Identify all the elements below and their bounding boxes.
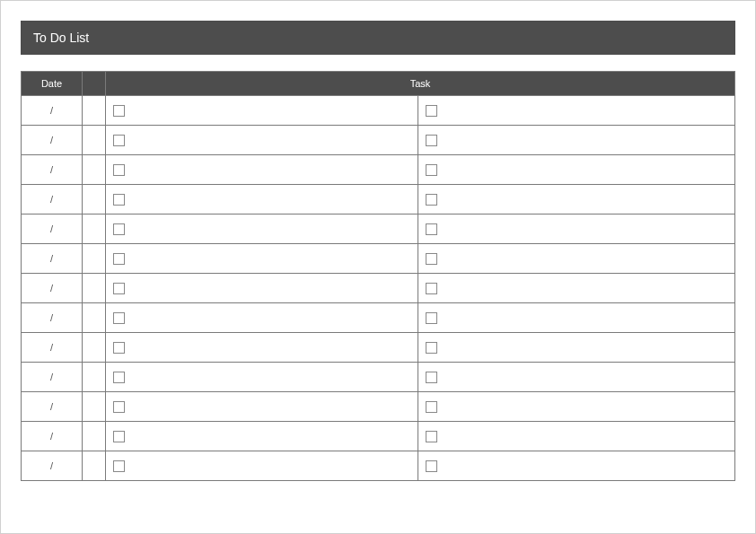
checkbox-icon[interactable] <box>113 431 125 442</box>
task-cell-right[interactable] <box>418 363 735 392</box>
spacer-cell <box>83 126 106 155</box>
task-cell-right[interactable] <box>418 244 735 274</box>
date-cell[interactable]: / <box>22 392 83 422</box>
date-cell[interactable]: / <box>22 96 83 126</box>
checkbox-icon[interactable] <box>113 312 125 324</box>
task-cell-left[interactable] <box>106 422 418 451</box>
date-cell[interactable]: / <box>22 214 83 244</box>
todo-table: Date Task ///////////// <box>21 71 735 481</box>
header-spacer <box>83 72 106 96</box>
checkbox-icon[interactable] <box>426 135 437 146</box>
table-row: / <box>22 244 735 274</box>
checkbox-icon[interactable] <box>113 283 125 294</box>
task-cell-left[interactable] <box>106 155 418 185</box>
checkbox-icon[interactable] <box>426 372 437 383</box>
checkbox-icon[interactable] <box>113 164 125 176</box>
spacer-cell <box>83 363 106 392</box>
spacer-cell <box>83 274 106 303</box>
task-cell-right[interactable] <box>418 303 735 333</box>
date-cell[interactable]: / <box>22 303 83 333</box>
page-title: To Do List <box>21 21 735 55</box>
table-row: / <box>22 274 735 303</box>
checkbox-icon[interactable] <box>113 194 125 206</box>
header-task: Task <box>106 72 735 96</box>
spacer-cell <box>83 214 106 244</box>
task-cell-right[interactable] <box>418 185 735 214</box>
task-cell-left[interactable] <box>106 451 418 481</box>
checkbox-icon[interactable] <box>426 223 437 235</box>
task-cell-left[interactable] <box>106 214 418 244</box>
date-cell[interactable]: / <box>22 185 83 214</box>
checkbox-icon[interactable] <box>426 105 437 117</box>
date-cell[interactable]: / <box>22 363 83 392</box>
date-cell[interactable]: / <box>22 422 83 451</box>
checkbox-icon[interactable] <box>113 135 125 146</box>
task-cell-right[interactable] <box>418 274 735 303</box>
table-row: / <box>22 422 735 451</box>
checkbox-icon[interactable] <box>113 460 125 472</box>
spacer-cell <box>83 451 106 481</box>
spacer-cell <box>83 244 106 274</box>
spacer-cell <box>83 333 106 363</box>
checkbox-icon[interactable] <box>113 105 125 117</box>
spacer-cell <box>83 155 106 185</box>
task-cell-right[interactable] <box>418 96 735 126</box>
table-row: / <box>22 155 735 185</box>
checkbox-icon[interactable] <box>426 194 437 206</box>
date-cell[interactable]: / <box>22 274 83 303</box>
task-cell-right[interactable] <box>418 214 735 244</box>
spacer-cell <box>83 392 106 422</box>
checkbox-icon[interactable] <box>426 253 437 265</box>
checkbox-icon[interactable] <box>426 401 437 413</box>
checkbox-icon[interactable] <box>426 312 437 324</box>
checkbox-icon[interactable] <box>113 342 125 354</box>
task-cell-left[interactable] <box>106 333 418 363</box>
table-header-row: Date Task <box>22 72 735 96</box>
checkbox-icon[interactable] <box>113 253 125 265</box>
spacer-cell <box>83 96 106 126</box>
table-row: / <box>22 96 735 126</box>
checkbox-icon[interactable] <box>426 460 437 472</box>
table-row: / <box>22 214 735 244</box>
task-cell-right[interactable] <box>418 422 735 451</box>
task-cell-left[interactable] <box>106 126 418 155</box>
checkbox-icon[interactable] <box>113 401 125 413</box>
table-row: / <box>22 392 735 422</box>
checkbox-icon[interactable] <box>113 223 125 235</box>
task-cell-left[interactable] <box>106 96 418 126</box>
task-cell-left[interactable] <box>106 392 418 422</box>
task-cell-left[interactable] <box>106 185 418 214</box>
table-row: / <box>22 185 735 214</box>
task-cell-right[interactable] <box>418 392 735 422</box>
document-page: To Do List Date Task ///////////// <box>0 0 756 534</box>
date-cell[interactable]: / <box>22 244 83 274</box>
task-cell-right[interactable] <box>418 333 735 363</box>
todo-table-container: Date Task ///////////// <box>21 71 735 481</box>
spacer-cell <box>83 185 106 214</box>
checkbox-icon[interactable] <box>426 342 437 354</box>
table-row: / <box>22 363 735 392</box>
task-cell-right[interactable] <box>418 155 735 185</box>
date-cell[interactable]: / <box>22 451 83 481</box>
task-cell-right[interactable] <box>418 451 735 481</box>
task-cell-left[interactable] <box>106 303 418 333</box>
task-cell-left[interactable] <box>106 244 418 274</box>
checkbox-icon[interactable] <box>113 372 125 383</box>
task-cell-left[interactable] <box>106 274 418 303</box>
table-row: / <box>22 333 735 363</box>
date-cell[interactable]: / <box>22 126 83 155</box>
task-cell-left[interactable] <box>106 363 418 392</box>
table-row: / <box>22 303 735 333</box>
checkbox-icon[interactable] <box>426 431 437 442</box>
task-cell-right[interactable] <box>418 126 735 155</box>
header-date: Date <box>22 72 83 96</box>
date-cell[interactable]: / <box>22 155 83 185</box>
checkbox-icon[interactable] <box>426 283 437 294</box>
spacer-cell <box>83 303 106 333</box>
table-row: / <box>22 451 735 481</box>
date-cell[interactable]: / <box>22 333 83 363</box>
checkbox-icon[interactable] <box>426 164 437 176</box>
spacer-cell <box>83 422 106 451</box>
table-row: / <box>22 126 735 155</box>
